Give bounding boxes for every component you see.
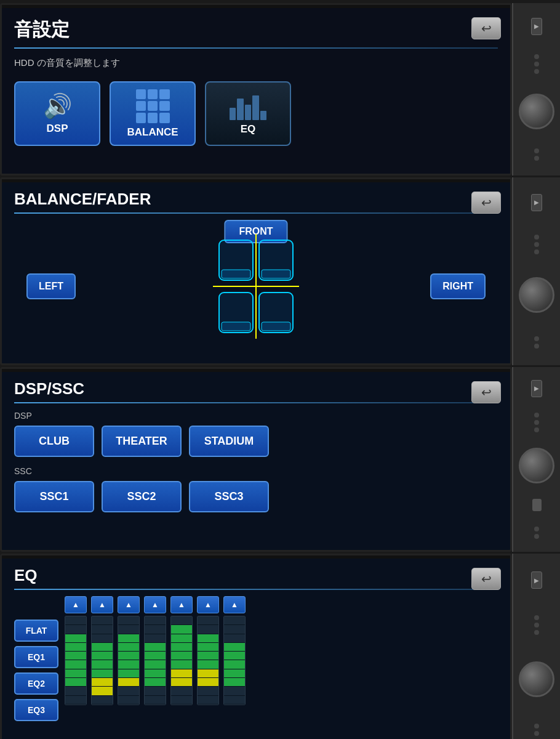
eq-bar-7: [223, 616, 246, 705]
eq-preset-col: FLAT EQ1 EQ2 EQ3: [14, 596, 58, 721]
svg-rect-9: [262, 322, 290, 331]
back-button-p2[interactable]: ↩: [471, 192, 501, 214]
eq-channel-2: ▲: [91, 596, 113, 721]
eq-up-2[interactable]: ▲: [91, 596, 113, 613]
back-icon-p4: ↩: [481, 571, 492, 586]
back-icon-p2: ↩: [481, 195, 492, 210]
eq-up-3[interactable]: ▲: [118, 596, 140, 613]
back-icon-p1: ↩: [481, 21, 492, 36]
stadium-button[interactable]: STADIUM: [189, 426, 269, 457]
right-button[interactable]: RIGHT: [430, 273, 486, 299]
side-dots-p4-bot: [534, 724, 539, 736]
dsp-button[interactable]: 🔊 DSP: [14, 81, 100, 146]
eq-channel-1: ▲: [65, 596, 87, 721]
side-dots-p2: [534, 235, 539, 254]
back-button-p1[interactable]: ↩: [471, 17, 501, 39]
eq-channel-3: ▲: [118, 596, 140, 721]
side-dots-p3: [534, 413, 539, 432]
side-dots-p3-bot: [534, 527, 539, 539]
svg-rect-5: [262, 270, 290, 278]
panel1-subtitle: HDD の音質を調整します: [14, 57, 498, 69]
speaker-icon: 🔊: [43, 92, 72, 119]
panel1-title: 音設定: [14, 17, 498, 42]
theater-button[interactable]: THEATER: [102, 426, 182, 457]
knob-2[interactable]: [519, 277, 554, 313]
eq-channel-6: ▲: [197, 596, 219, 721]
eq-up-4[interactable]: ▲: [144, 596, 166, 613]
side-arrow-p4[interactable]: ▶: [531, 571, 542, 589]
eq-up-1[interactable]: ▲: [65, 596, 87, 613]
side-cable-p3: [532, 499, 542, 511]
eq-bar-1: [65, 616, 87, 705]
eq-bar-5: [170, 616, 193, 705]
back-button-p3[interactable]: ↩: [471, 381, 501, 403]
knob-4[interactable]: [519, 661, 554, 697]
eq-icon: [230, 92, 266, 120]
eq-bar-3: [118, 616, 140, 705]
eq1-button[interactable]: EQ1: [14, 646, 58, 668]
ssc3-button[interactable]: SSC3: [189, 481, 269, 512]
side-dots-p2-bot: [534, 336, 539, 349]
grid-icon: [136, 89, 170, 123]
dsp-label: DSP: [14, 411, 498, 421]
side-arrow-top[interactable]: ▶: [531, 18, 542, 35]
back-icon-p3: ↩: [481, 385, 492, 400]
flat-button[interactable]: FLAT: [14, 620, 58, 642]
svg-rect-3: [222, 270, 250, 278]
ssc2-button[interactable]: SSC2: [102, 481, 182, 512]
panel2-title: BALANCE/FADER: [14, 190, 498, 209]
back-button-p4[interactable]: ↩: [471, 568, 501, 590]
eq-bar-4: [144, 616, 166, 705]
car-seats-svg: [201, 228, 311, 345]
eq-up-5[interactable]: ▲: [170, 596, 193, 613]
panel4-title: EQ: [14, 566, 498, 585]
svg-rect-7: [222, 322, 250, 331]
eq-channel-5: ▲: [170, 596, 193, 721]
eq-channel-4: ▲: [144, 596, 166, 721]
club-button[interactable]: CLUB: [14, 426, 94, 457]
ssc1-button[interactable]: SSC1: [14, 481, 94, 512]
side-dots-p4: [534, 615, 539, 635]
side-arrow-p3[interactable]: ▶: [531, 380, 542, 397]
eq2-button[interactable]: EQ2: [14, 672, 58, 695]
knob-1[interactable]: [519, 94, 554, 129]
balance-button[interactable]: BALANCE: [110, 81, 196, 146]
ssc-label: SSC: [14, 466, 498, 476]
side-dots-bottom: [534, 148, 539, 161]
eq-channel-7: ▲: [223, 596, 246, 721]
car-diagram: [201, 228, 311, 345]
panel3-title: DSP/SSC: [14, 379, 498, 398]
eq-button[interactable]: EQ: [205, 81, 291, 146]
eq3-button[interactable]: EQ3: [14, 699, 58, 721]
left-button[interactable]: LEFT: [26, 273, 76, 299]
eq-bar-6: [197, 616, 219, 705]
side-dots-top: [534, 54, 539, 74]
eq-up-7[interactable]: ▲: [223, 596, 246, 613]
knob-3[interactable]: [519, 448, 554, 483]
eq-bar-2: [91, 616, 113, 705]
eq-up-6[interactable]: ▲: [197, 596, 219, 613]
side-arrow-p2[interactable]: ▶: [531, 194, 542, 211]
